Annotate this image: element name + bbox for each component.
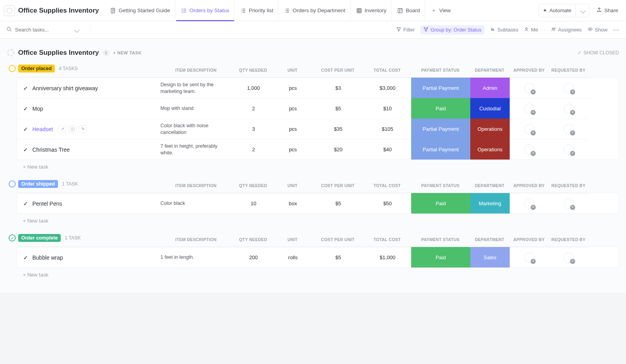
department-cell[interactable]: Operations <box>470 139 510 160</box>
group-status-tag[interactable]: Order complete <box>18 234 61 242</box>
item-description-cell[interactable]: Mop with stand <box>159 98 234 119</box>
task-status-toggle[interactable]: ✓ <box>22 126 28 132</box>
new-task-button[interactable]: + New task <box>7 268 619 278</box>
payment-status-cell[interactable]: Partial Payment <box>411 119 470 139</box>
task-status-toggle[interactable]: ✓ <box>22 106 28 112</box>
me-button[interactable]: Me <box>524 27 538 33</box>
tab-inventory[interactable]: Inventory <box>351 0 392 21</box>
new-task-button[interactable]: + New task <box>7 214 619 224</box>
requested-by-assign[interactable] <box>564 83 574 93</box>
tab-priority-list[interactable]: Priority list <box>235 0 278 21</box>
approved-by-assign[interactable] <box>524 83 535 93</box>
assignees-button[interactable]: Assignees <box>551 26 582 33</box>
info-icon[interactable]: i <box>103 50 109 56</box>
cost-per-unit-cell[interactable]: $5 <box>313 98 364 119</box>
group-header[interactable]: Order placed4 TASKS <box>7 63 619 74</box>
department-cell[interactable]: Custodial <box>470 98 510 119</box>
total-cost-cell[interactable]: $50 <box>364 193 411 214</box>
unit-cell[interactable]: pcs <box>273 119 313 139</box>
task-name-cell[interactable]: ✓Christmas Tree <box>17 139 159 160</box>
task-name[interactable]: Mop <box>32 106 43 112</box>
qty-needed-cell[interactable]: 2 <box>234 98 273 119</box>
task-status-toggle[interactable]: ✓ <box>22 254 28 261</box>
filter-button[interactable]: Filter <box>396 27 415 33</box>
task-name-cell[interactable]: ✓Anniversary shirt giveaway <box>17 78 159 98</box>
requested-by-assign[interactable] <box>564 104 574 114</box>
total-cost-cell[interactable]: $40 <box>364 139 411 160</box>
total-cost-cell[interactable]: $1,000 <box>364 247 411 267</box>
approved-by-assign[interactable] <box>524 104 535 114</box>
task-name-cell[interactable]: ✓Pentel Pens <box>17 193 159 214</box>
task-status-toggle[interactable]: ✓ <box>22 201 28 207</box>
payment-status-cell[interactable]: Paid <box>411 193 470 214</box>
department-cell[interactable]: Admin <box>470 78 510 98</box>
tab-orders-by-status[interactable]: Orders by Status <box>176 0 235 21</box>
cost-per-unit-cell[interactable]: $3 <box>313 78 364 98</box>
more-menu[interactable]: ··· <box>613 27 620 33</box>
subtasks-button[interactable]: Subtasks <box>490 27 518 33</box>
group-status-tag[interactable]: Order shipped <box>18 180 58 188</box>
requested-by-assign[interactable] <box>564 124 574 134</box>
department-cell[interactable]: Operations <box>470 119 510 139</box>
new-task-button[interactable]: + New task <box>7 160 619 170</box>
cost-per-unit-cell[interactable]: $35 <box>313 119 364 139</box>
cost-per-unit-cell[interactable]: $20 <box>313 139 364 160</box>
payment-status-cell[interactable]: Paid <box>411 247 470 267</box>
automate-button[interactable]: ✦ Automate <box>539 4 576 17</box>
total-cost-cell[interactable]: $105 <box>364 119 411 139</box>
qty-needed-cell[interactable]: 10 <box>234 193 273 214</box>
payment-status-cell[interactable]: Partial Payment <box>411 78 470 98</box>
search-input[interactable] <box>15 27 70 33</box>
qty-needed-cell[interactable]: 3 <box>234 119 273 139</box>
unit-cell[interactable]: pcs <box>273 98 313 119</box>
task-name-cell[interactable]: ✓Bubble wrap <box>17 247 159 267</box>
task-name[interactable]: Bubble wrap <box>32 254 63 261</box>
task-name[interactable]: Headset <box>32 126 53 132</box>
expand-icon[interactable]: ◫ <box>69 125 76 133</box>
qty-needed-cell[interactable]: 200 <box>234 247 273 267</box>
cost-per-unit-cell[interactable]: $5 <box>313 193 364 214</box>
search-dropdown[interactable] <box>74 27 80 32</box>
unit-cell[interactable]: pcs <box>273 78 313 98</box>
qty-needed-cell[interactable]: 2 <box>234 139 273 160</box>
edit-icon[interactable]: ✎ <box>79 125 87 133</box>
cost-per-unit-cell[interactable]: $5 <box>313 247 364 267</box>
item-description-cell[interactable]: Color black <box>159 193 234 214</box>
approved-by-assign[interactable] <box>524 124 535 134</box>
share-button[interactable]: Share <box>592 4 622 17</box>
new-task-header-button[interactable]: + NEW TASK <box>113 50 142 55</box>
item-description-cell[interactable]: Color black with noise cancellation <box>159 119 234 139</box>
payment-status-cell[interactable]: Paid <box>411 98 470 119</box>
total-cost-cell[interactable]: $10 <box>364 98 411 119</box>
requested-by-assign[interactable] <box>564 145 574 155</box>
open-icon[interactable]: ↗ <box>58 125 66 133</box>
task-status-toggle[interactable]: ✓ <box>22 85 28 91</box>
task-status-toggle[interactable]: ✓ <box>22 147 28 153</box>
item-description-cell[interactable]: 1 feet in length. <box>159 247 234 267</box>
department-cell[interactable]: Sales <box>470 247 510 267</box>
task-name-cell[interactable]: ✓Headset↗◫✎ <box>17 119 159 139</box>
group-header[interactable]: Order shipped1 TASK <box>7 178 619 189</box>
item-description-cell[interactable]: 7 feet in height, preferably white. <box>159 139 234 160</box>
group-by-button[interactable]: Group by: Order Status <box>420 25 484 35</box>
approved-by-assign[interactable] <box>524 145 535 155</box>
payment-status-cell[interactable]: Partial Payment <box>411 139 470 160</box>
task-name[interactable]: Pentel Pens <box>32 201 62 207</box>
unit-cell[interactable]: pcs <box>273 139 313 160</box>
requested-by-assign[interactable] <box>564 253 574 263</box>
tab-getting-started[interactable]: Getting Started Guide <box>105 0 175 21</box>
approved-by-assign[interactable] <box>524 253 535 263</box>
task-name[interactable]: Anniversary shirt giveaway <box>32 85 98 91</box>
group-header[interactable]: Order complete1 TASK <box>7 232 619 243</box>
tab-orders-by-department[interactable]: Orders by Department <box>279 0 350 21</box>
group-status-tag[interactable]: Order placed <box>18 65 55 72</box>
qty-needed-cell[interactable]: 1,000 <box>234 78 273 98</box>
task-name-cell[interactable]: ✓Mop <box>17 98 159 119</box>
task-name[interactable]: Christmas Tree <box>32 147 70 153</box>
department-cell[interactable]: Marketing <box>470 193 510 214</box>
tab-board[interactable]: Board <box>392 0 425 21</box>
add-view-button[interactable]: + View <box>426 0 455 21</box>
show-closed-toggle[interactable]: ✓ SHOW CLOSED <box>578 50 619 56</box>
approved-by-assign[interactable] <box>524 199 535 209</box>
requested-by-assign[interactable] <box>564 199 574 209</box>
